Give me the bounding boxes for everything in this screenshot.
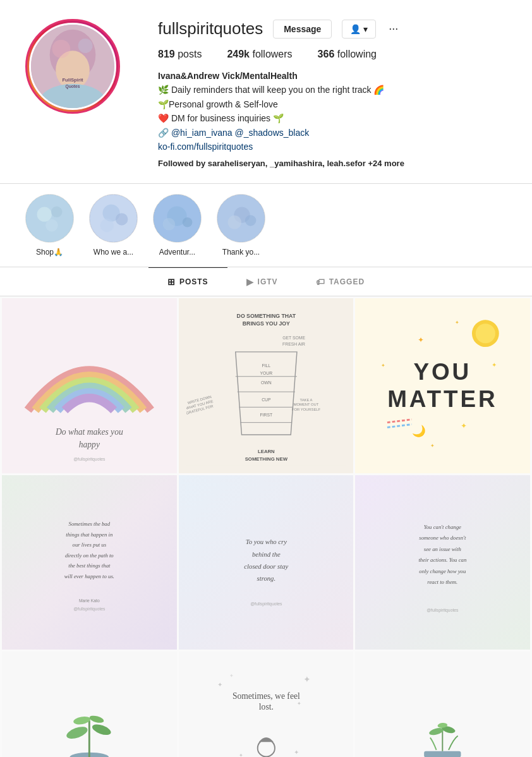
- profile-info: fullspiritquotes Message 👤 ▾ ··· 819 pos…: [158, 19, 507, 171]
- svg-text:strong.: strong.: [257, 574, 275, 582]
- post-6[interactable]: You can't change someone who doesn't see…: [355, 475, 530, 650]
- svg-text:✦: ✦: [381, 363, 385, 368]
- svg-text:@fullspiritquotes: @fullspiritquotes: [250, 602, 282, 607]
- message-button[interactable]: Message: [273, 20, 332, 39]
- svg-text:✦: ✦: [303, 675, 310, 684]
- post-5[interactable]: To you who cry behind the closed door st…: [179, 475, 354, 650]
- highlight-label-shop: Shop🙏: [36, 248, 63, 257]
- followed-by-more: +24 more: [368, 159, 404, 168]
- svg-text:YOU: YOU: [414, 359, 472, 385]
- svg-point-19: [183, 217, 193, 227]
- svg-text:✦: ✦: [418, 336, 425, 344]
- post-4[interactable]: Sometimes the bad things that happen in …: [2, 475, 177, 650]
- highlight-label-thankyou: Thank yo...: [222, 248, 260, 257]
- grid-icon: ⊞: [167, 277, 176, 287]
- profile-bio: Ivana&Andrew Vick/MentalHealth 🌿 Daily r…: [158, 69, 507, 171]
- avatar-image: FullSpirit Quotes: [31, 23, 114, 110]
- tab-posts[interactable]: ⊞ POSTS: [148, 267, 227, 296]
- post-1[interactable]: Do what makes you happy @fullspiritquote…: [2, 298, 177, 473]
- highlight-image-adventure: [154, 194, 201, 243]
- svg-text:FILL: FILL: [262, 363, 270, 368]
- svg-point-53: [476, 324, 495, 343]
- svg-text:MATTER: MATTER: [387, 386, 497, 412]
- post-9[interactable]: Growing takes Time: [355, 651, 530, 757]
- svg-text:someone who doesn't: someone who doesn't: [420, 535, 467, 541]
- tab-posts-label: POSTS: [179, 277, 209, 286]
- svg-text:lost.: lost.: [258, 702, 273, 712]
- post-2-content: DO SOMETHING THAT BRINGS YOU JOY GET SOM…: [179, 298, 354, 473]
- tab-tagged[interactable]: 🏷 TAGGED: [297, 267, 384, 296]
- svg-text:Sometimes, we feel: Sometimes, we feel: [233, 692, 300, 701]
- play-icon: ▶: [246, 277, 254, 287]
- tab-igtv-label: IGTV: [258, 277, 278, 286]
- svg-text:✦: ✦: [461, 421, 468, 430]
- quote-5-svg: To you who cry behind the closed door st…: [186, 483, 346, 643]
- mention-ivana[interactable]: @hi_iam_ivana: [171, 128, 233, 138]
- svg-text:FRESH AIR: FRESH AIR: [282, 342, 305, 346]
- svg-text:✦: ✦: [455, 320, 459, 325]
- rainbow-svg: Do what makes you happy @fullspiritquote…: [9, 306, 169, 466]
- profile-header: FullSpirit Quotes fullspiritquotes Messa…: [0, 0, 532, 184]
- svg-text:happy: happy: [79, 440, 100, 449]
- post-7[interactable]: be you Marie Kato @fullspiritquotes: [2, 651, 177, 757]
- svg-text:Quotes: Quotes: [65, 84, 80, 89]
- highlight-adventure[interactable]: Adventur...: [153, 194, 202, 257]
- followers-stat[interactable]: 249k followers: [227, 49, 292, 60]
- svg-rect-113: [425, 751, 461, 757]
- svg-point-23: [228, 215, 241, 229]
- svg-point-5: [52, 40, 70, 58]
- cup-svg: DO SOMETHING THAT BRINGS YOU JOY GET SOM…: [186, 306, 346, 466]
- bio-name: Ivana&Andrew Vick/MentalHealth: [158, 69, 507, 83]
- highlight-thankyou[interactable]: Thank yo...: [217, 194, 265, 257]
- highlight-who[interactable]: Who we a...: [89, 194, 138, 257]
- post-8[interactable]: ✦ ✦ ✦ ✦ Sometimes, we feel lost. ✦ ✦ ✦: [179, 651, 354, 757]
- avatar-container[interactable]: FullSpirit Quotes: [25, 19, 120, 114]
- svg-text:Do what makes you: Do what makes you: [55, 427, 123, 437]
- bio-link[interactable]: ko-fi.com/fullspiritquotes: [158, 142, 253, 152]
- post-3[interactable]: ✦ ✦ ✦ ✦ YOU MATTER 🌙 ✦ ✦: [355, 298, 530, 473]
- quote-4-svg: Sometimes the bad things that happen in …: [9, 483, 169, 643]
- following-stat[interactable]: 366 following: [318, 49, 377, 60]
- svg-text:✦: ✦: [229, 674, 234, 679]
- mention-shadows[interactable]: @_shadows_black: [235, 128, 310, 138]
- person-plus-icon: 👤: [350, 24, 361, 34]
- more-options-button[interactable]: ···: [386, 20, 401, 38]
- highlight-circle-who: [89, 194, 138, 243]
- svg-text:DO SOMETHING THAT: DO SOMETHING THAT: [236, 313, 296, 320]
- highlight-label-adventure: Adventur...: [159, 248, 195, 257]
- quote-6-svg: You can't change someone who doesn't see…: [363, 483, 523, 643]
- highlights-section: Shop🙏 Who we a... Adventur...: [0, 184, 532, 267]
- highlight-shop[interactable]: Shop🙏: [25, 194, 74, 257]
- following-count: 366: [318, 49, 335, 59]
- tag-icon: 🏷: [316, 277, 325, 287]
- avatar: FullSpirit Quotes: [29, 23, 116, 110]
- svg-text:@fullspiritquotes: @fullspiritquotes: [73, 457, 106, 462]
- follow-button[interactable]: 👤 ▾: [342, 20, 376, 39]
- highlight-label-who: Who we a...: [94, 248, 133, 257]
- svg-text:You can't change: You can't change: [424, 524, 461, 530]
- following-label: following: [337, 49, 377, 59]
- svg-text:SOMETHING NEW: SOMETHING NEW: [245, 456, 287, 462]
- svg-text:react to them.: react to them.: [428, 579, 458, 585]
- highlight-circle-thankyou: [217, 194, 265, 243]
- posts-count: 819: [158, 49, 175, 59]
- svg-text:GET SOME: GET SOME: [282, 336, 305, 341]
- svg-text:the best things that: the best things that: [68, 562, 111, 569]
- svg-text:closed door stay: closed door stay: [244, 562, 288, 570]
- post-1-content: Do what makes you happy @fullspiritquote…: [2, 298, 177, 473]
- svg-text:CUP: CUP: [262, 397, 271, 402]
- svg-point-16: [100, 219, 114, 232]
- lost-svg: ✦ ✦ ✦ ✦ Sometimes, we feel lost. ✦ ✦ ✦: [186, 659, 346, 757]
- highlight-image-shop: [26, 194, 73, 243]
- svg-text:FOR YOURSELF: FOR YOURSELF: [292, 408, 321, 411]
- svg-text:directly on the path to: directly on the path to: [65, 552, 114, 558]
- bio-line-4: 🔗 @hi_iam_ivana @_shadows_black: [158, 126, 507, 140]
- username: fullspiritquotes: [158, 19, 263, 39]
- svg-text:see an issue with: see an issue with: [424, 546, 461, 552]
- svg-text:✦: ✦: [297, 701, 301, 706]
- post-8-content: ✦ ✦ ✦ ✦ Sometimes, we feel lost. ✦ ✦ ✦: [179, 651, 354, 757]
- tab-igtv[interactable]: ▶ IGTV: [227, 267, 297, 296]
- post-2[interactable]: DO SOMETHING THAT BRINGS YOU JOY GET SOM…: [179, 298, 354, 473]
- svg-text:MOMENT OUT: MOMENT OUT: [293, 403, 318, 407]
- followed-by-users: saraheliseryan, _yamihashira, leah.sefor: [208, 159, 366, 168]
